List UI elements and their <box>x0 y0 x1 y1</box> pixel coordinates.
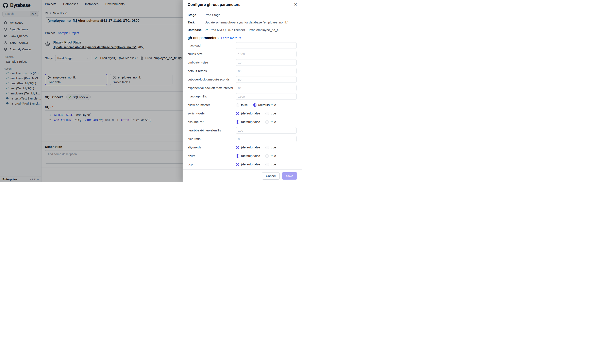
param-control <box>236 85 297 91</box>
azure-default-false-radio[interactable] <box>236 154 239 158</box>
allow-on-master-default-true-radio[interactable] <box>253 103 256 107</box>
meta-task-value: Update schema gh-ost sync for database "… <box>205 21 288 24</box>
param-row-gcp: gcp(default) falsetrue <box>188 160 297 168</box>
param-control: (default) falsetrue <box>236 146 297 149</box>
aliyun-rds-true-radio[interactable] <box>265 146 269 149</box>
param-control <box>236 76 297 83</box>
param-row-max-load: max-load <box>188 42 297 49</box>
close-icon[interactable]: ✕ <box>292 2 299 7</box>
param-row-allow-on-master: allow-on-masterfalse(default) true <box>188 101 297 109</box>
param-label: azure <box>188 154 236 158</box>
param-label: cut-over-lock-timeout-seconds <box>188 78 236 81</box>
radio-option-label: true <box>271 154 276 158</box>
meta-database-name: Prod employee_no_fk <box>249 28 279 32</box>
cut-over-lock-timeout-seconds-input[interactable] <box>236 76 297 83</box>
radio-option-label: (default) false <box>241 120 260 124</box>
gcp-option-default-false[interactable]: (default) false <box>236 163 260 166</box>
param-row-azure: azure(default) falsetrue <box>188 152 297 160</box>
meta-task-label: Task <box>188 21 205 24</box>
allow-on-master-false-radio[interactable] <box>236 103 239 107</box>
gcp-default-false-radio[interactable] <box>236 163 239 166</box>
max-lag-millis-input[interactable] <box>236 93 297 100</box>
azure-option-true[interactable]: true <box>265 154 276 158</box>
param-control <box>236 59 297 66</box>
param-label: dml-batch-size <box>188 61 236 64</box>
param-label: chunk-size <box>188 52 236 56</box>
max-load-input[interactable] <box>236 42 297 49</box>
param-row-exponential-backoff-max-interval: exponential-backoff-max-interval <box>188 84 297 92</box>
param-row-heart-beat-interval-millis: heart-beat-interval-millis <box>188 127 297 134</box>
switch-to-rbr-option-default-false[interactable]: (default) false <box>236 112 260 115</box>
mysql-icon <box>205 28 208 32</box>
param-control: (default) falsetrue <box>236 154 297 158</box>
param-label: max-load <box>188 44 236 47</box>
exponential-backoff-max-interval-input[interactable] <box>236 85 297 91</box>
ghost-params-list: max-loadchunk-sizedml-batch-sizedefault-… <box>188 42 297 168</box>
gcp-option-true[interactable]: true <box>265 163 276 166</box>
default-retries-input[interactable] <box>236 68 297 74</box>
param-row-max-lag-millis: max-lag-millis <box>188 93 297 100</box>
switch-to-rbr-option-true[interactable]: true <box>265 112 276 115</box>
radio-option-label: true <box>271 112 276 115</box>
param-control: (default) falsetrue <box>236 163 297 166</box>
ghost-params-heading: gh-ost parameters Learn more <box>188 36 297 40</box>
aliyun-rds-default-false-radio[interactable] <box>236 146 239 149</box>
drawer-body: Stage Prod Stage Task Update schema gh-o… <box>183 9 302 170</box>
param-control <box>236 127 297 134</box>
param-control <box>236 136 297 142</box>
aliyun-rds-option-default-false[interactable]: (default) false <box>236 146 260 149</box>
param-label: assume-rbr <box>188 120 236 124</box>
azure-true-radio[interactable] <box>265 154 269 158</box>
assume-rbr-true-radio[interactable] <box>265 120 269 124</box>
param-row-assume-rbr: assume-rbr(default) falsetrue <box>188 118 297 126</box>
heart-beat-interval-millis-input[interactable] <box>236 127 297 134</box>
radio-option-label: true <box>271 163 276 166</box>
gcp-true-radio[interactable] <box>265 163 269 166</box>
param-control <box>236 51 297 57</box>
param-row-default-retries: default-retries <box>188 67 297 75</box>
param-label: switch-to-rbr <box>188 112 236 115</box>
param-label: heart-beat-interval-millis <box>188 129 236 132</box>
ghost-params-title: gh-ost parameters <box>188 36 219 40</box>
meta-stage-value: Prod Stage <box>205 13 220 17</box>
param-control: (default) falsetrue <box>236 120 297 124</box>
meta-task-row: Task Update schema gh-ost sync for datab… <box>188 19 297 26</box>
cancel-button[interactable]: Cancel <box>262 172 279 180</box>
param-row-cut-over-lock-timeout-seconds: cut-over-lock-timeout-seconds <box>188 76 297 83</box>
radio-option-label: (default) true <box>258 103 276 107</box>
nice-ratio-input[interactable] <box>236 136 297 142</box>
param-row-dml-batch-size: dml-batch-size <box>188 59 297 66</box>
azure-option-default-false[interactable]: (default) false <box>236 154 260 158</box>
radio-option-label: (default) false <box>241 163 260 166</box>
param-label: nice-ratio <box>188 137 236 141</box>
assume-rbr-option-true[interactable]: true <box>265 120 276 124</box>
param-control <box>236 93 297 100</box>
param-control: (default) falsetrue <box>236 112 297 115</box>
learn-more-link[interactable]: Learn more <box>221 36 241 40</box>
radio-option-label: (default) false <box>241 112 260 115</box>
param-control <box>236 68 297 74</box>
assume-rbr-option-default-false[interactable]: (default) false <box>236 120 260 124</box>
assume-rbr-default-false-radio[interactable] <box>236 120 239 124</box>
meta-stage-label: Stage <box>188 13 205 17</box>
allow-on-master-option-false[interactable]: false <box>236 103 248 107</box>
param-control: false(default) true <box>236 103 297 107</box>
chunk-size-input[interactable] <box>236 51 297 57</box>
param-label: gcp <box>188 163 236 166</box>
meta-database-row: Database Prod MySQL (No license) › Prod … <box>188 26 297 34</box>
radio-option-label: (default) false <box>241 154 260 158</box>
radio-option-label: (default) false <box>241 146 260 149</box>
aliyun-rds-option-true[interactable]: true <box>265 146 276 149</box>
param-label: exponential-backoff-max-interval <box>188 86 236 90</box>
meta-database-instance: Prod MySQL (No license) <box>210 28 245 32</box>
switch-to-rbr-true-radio[interactable] <box>265 112 269 115</box>
dml-batch-size-input[interactable] <box>236 59 297 66</box>
radio-option-label: true <box>271 120 276 124</box>
drawer-title: Configure gh-ost parameters <box>188 2 240 7</box>
allow-on-master-option-default-true[interactable]: (default) true <box>253 103 276 107</box>
switch-to-rbr-default-false-radio[interactable] <box>236 112 239 115</box>
chevron-right-icon: › <box>246 28 247 32</box>
drawer-header: Configure gh-ost parameters ✕ <box>183 0 302 9</box>
save-button[interactable]: Save <box>282 172 297 180</box>
param-row-aliyun-rds: aliyun-rds(default) falsetrue <box>188 144 297 151</box>
